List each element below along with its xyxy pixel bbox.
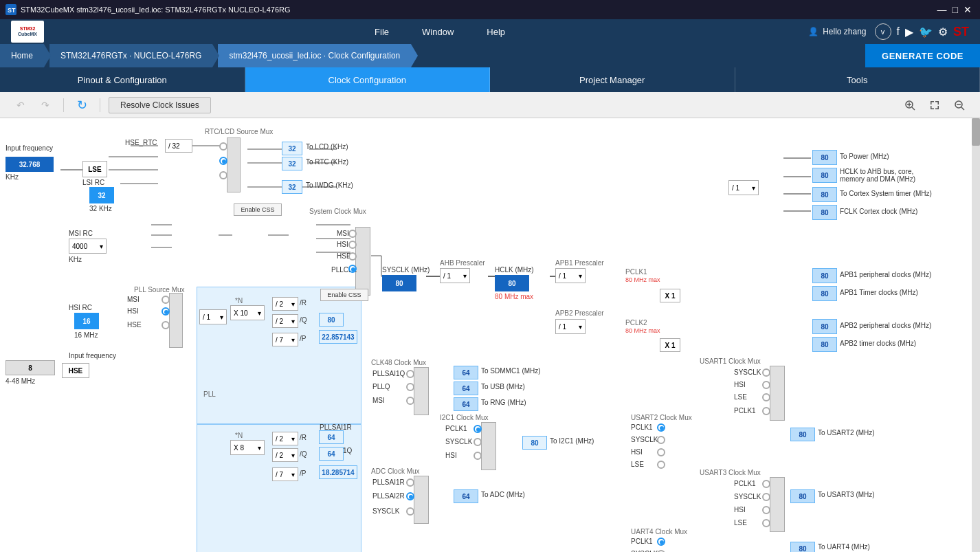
uart4-radio-pclk1[interactable] bbox=[657, 538, 665, 546]
msi-select[interactable]: 4000 ▾ bbox=[69, 239, 107, 254]
sysclk-mux-msi[interactable] bbox=[348, 230, 357, 238]
usart1-mux-block bbox=[770, 366, 785, 421]
menu-window[interactable]: Window bbox=[416, 24, 459, 40]
hclk-val[interactable]: 80 bbox=[495, 275, 529, 291]
pclk2-max: 80 MHz max bbox=[625, 327, 660, 334]
clk48-radio-pllq[interactable] bbox=[406, 383, 414, 391]
usart1-radio-pclk1[interactable] bbox=[762, 407, 770, 415]
pllsai1-q-select[interactable]: / 2 ▾ bbox=[272, 448, 298, 462]
redo-button[interactable]: ↷ bbox=[36, 96, 55, 115]
usart1-radio-sysclk[interactable] bbox=[762, 368, 770, 377]
adc-radio-pllsai2r[interactable] bbox=[406, 492, 414, 500]
clk48-radio-pllsai1q[interactable] bbox=[406, 370, 414, 378]
cortex-div-select[interactable]: / 1 ▾ bbox=[728, 180, 759, 195]
rtc-mux-radio-lsi[interactable] bbox=[219, 171, 227, 179]
pllsai1-r-select[interactable]: / 2 ▾ bbox=[272, 432, 298, 445]
facebook-icon[interactable]: f bbox=[897, 25, 900, 38]
usart3-radio-lse[interactable] bbox=[762, 519, 770, 527]
sysclk-mux-block bbox=[355, 227, 370, 296]
usart2-radio-sysclk[interactable] bbox=[657, 436, 665, 444]
menu-help[interactable]: Help bbox=[481, 24, 511, 40]
i2c1-radio-hsi[interactable] bbox=[474, 452, 482, 460]
rtc-mux-radio-lse[interactable] bbox=[219, 157, 227, 165]
sysclk-mux-pll[interactable] bbox=[348, 265, 357, 273]
generate-code-button[interactable]: GENERATE CODE bbox=[865, 44, 980, 67]
input-freq-unit: KHz bbox=[5, 173, 19, 181]
pll-p-label: /P bbox=[300, 335, 306, 342]
msi-pll-label: MSI bbox=[127, 296, 140, 303]
usart1-radio-lse[interactable] bbox=[762, 393, 770, 401]
social-icons: v f ▶ 🐦 ⚙ ST bbox=[875, 23, 969, 40]
pllsai1-p-label: /P bbox=[300, 470, 306, 477]
youtube-icon[interactable]: ▶ bbox=[905, 25, 913, 38]
resolve-clock-button[interactable]: Resolve Clock Issues bbox=[109, 97, 211, 113]
hsi-sys-label: HSI bbox=[337, 241, 348, 248]
enable-css-button-bottom[interactable]: Enable CSS bbox=[320, 289, 368, 301]
scrollbar-track bbox=[972, 118, 980, 552]
pll-src-hsi-radio[interactable] bbox=[162, 307, 170, 316]
svg-text:ST: ST bbox=[8, 7, 16, 14]
tab-clock[interactable]: Clock Configuration bbox=[245, 67, 491, 92]
input-freq-value[interactable]: 32.768 bbox=[5, 157, 54, 172]
apb1-timer-val: 80 bbox=[812, 286, 837, 301]
usart3-radio-pclk1[interactable] bbox=[762, 480, 770, 488]
breadcrumb-home[interactable]: Home bbox=[0, 44, 44, 67]
tab-pinout[interactable]: Pinout & Configuration bbox=[0, 67, 245, 92]
hse-div32[interactable]: / 32 bbox=[165, 139, 192, 153]
enable-css-button-top[interactable]: Enable CSS bbox=[234, 203, 282, 216]
pllsai1-n-select[interactable]: X 8 ▾ bbox=[230, 440, 265, 455]
i2c1-radio-sysclk[interactable] bbox=[474, 438, 482, 446]
breadcrumb-clock[interactable]: stm32l476_ucosii_led.ioc · Clock Configu… bbox=[218, 44, 411, 67]
clk48-radio-msi[interactable] bbox=[406, 397, 414, 405]
tab-tools[interactable]: Tools bbox=[735, 67, 981, 92]
tab-bar: Pinout & Configuration Clock Configurati… bbox=[0, 67, 980, 92]
pll-src-hse-radio[interactable] bbox=[162, 321, 170, 329]
rtc-mux-radio-hse[interactable] bbox=[219, 142, 227, 151]
menu-items: File Window Help bbox=[71, 24, 808, 40]
st-icon[interactable]: ST bbox=[953, 25, 969, 39]
lsi-rc-label: LSI RC bbox=[82, 179, 104, 186]
pll-q-div-select[interactable]: / 2 ▾ bbox=[272, 314, 298, 328]
menu-file[interactable]: File bbox=[369, 24, 394, 40]
zoom-in-button[interactable] bbox=[900, 96, 920, 115]
apb2-div-select[interactable]: / 1 ▾ bbox=[555, 319, 586, 334]
minimize-button[interactable]: — bbox=[935, 4, 950, 15]
ahb-div-select[interactable]: / 1 ▾ bbox=[440, 268, 470, 283]
twitter-icon[interactable]: 🐦 bbox=[919, 25, 933, 38]
close-button[interactable]: ✕ bbox=[961, 4, 975, 15]
pllm-select[interactable]: / 1 ▾ bbox=[199, 309, 227, 324]
i2c1-radio-pclk1[interactable] bbox=[474, 425, 482, 433]
pllsai1-p-select[interactable]: / 7 ▾ bbox=[272, 467, 298, 481]
usart2-radio-hsi[interactable] bbox=[657, 448, 665, 456]
github-icon[interactable]: ⚙ bbox=[938, 25, 948, 38]
pll-n-select[interactable]: X 10 ▾ bbox=[230, 305, 265, 320]
sysclk-mux-hsi[interactable] bbox=[348, 241, 357, 249]
to-sdmmc1-label: To SDMMC1 (MHz) bbox=[481, 367, 541, 375]
usart2-radio-lse[interactable] bbox=[657, 461, 665, 469]
usart2-radio-pclk1[interactable] bbox=[657, 423, 665, 432]
pll-r-div-select[interactable]: / 2 ▾ bbox=[272, 297, 298, 311]
magnify-minus-icon bbox=[954, 100, 965, 111]
usart3-radio-sysclk[interactable] bbox=[762, 493, 770, 501]
pclk1-max: 80 MHz max bbox=[625, 276, 660, 283]
usart1-radio-hsi[interactable] bbox=[762, 381, 770, 389]
tab-project[interactable]: Project Manager bbox=[490, 67, 735, 92]
pll-p-div-select[interactable]: / 7 ▾ bbox=[272, 333, 298, 346]
pll-src-msi-radio[interactable] bbox=[162, 296, 170, 304]
pll-source-mux-block bbox=[169, 293, 183, 348]
apb1-div-select[interactable]: / 1 ▾ bbox=[555, 268, 586, 283]
scrollbar-thumb[interactable] bbox=[972, 118, 980, 146]
maximize-button[interactable]: □ bbox=[950, 4, 961, 15]
undo-button[interactable]: ↶ bbox=[11, 96, 30, 115]
version-badge: v bbox=[875, 23, 891, 40]
breadcrumb-board[interactable]: STM32L476RGTx · NUCLEO-L476RG bbox=[49, 44, 212, 67]
adc-radio-pllsai1r[interactable] bbox=[406, 478, 414, 487]
usart3-radio-hsi[interactable] bbox=[762, 506, 770, 514]
adc-radio-sysclk[interactable] bbox=[406, 507, 414, 516]
refresh-button[interactable]: ↻ bbox=[72, 96, 91, 115]
fit-button[interactable] bbox=[925, 96, 944, 115]
sysclk-mux-hse[interactable] bbox=[348, 252, 357, 261]
zoom-out-button[interactable] bbox=[950, 96, 969, 115]
hse-pll-label: HSE bbox=[127, 321, 142, 329]
sysclk-val[interactable]: 80 bbox=[382, 275, 416, 291]
